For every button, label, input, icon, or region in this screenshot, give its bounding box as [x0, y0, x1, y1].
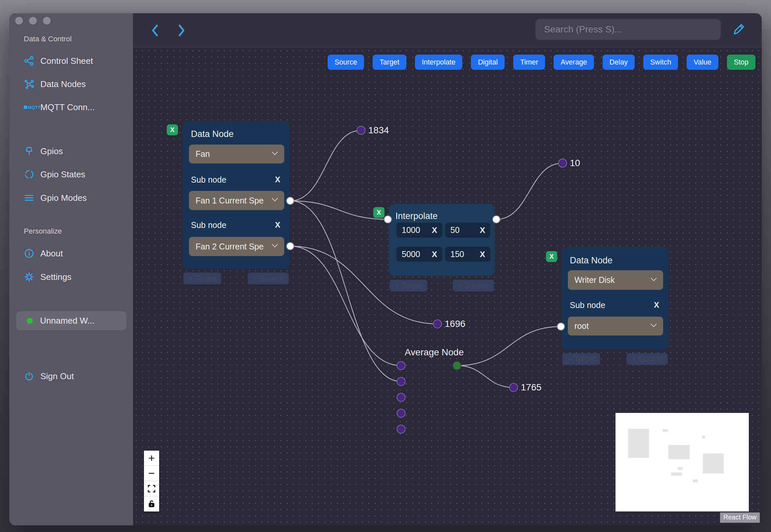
minimap-node: [693, 479, 698, 482]
node-fan[interactable]: X Data Node Fan Sub node X Fan 1 Current…: [183, 121, 290, 269]
maximize-window-icon[interactable]: [43, 17, 51, 24]
sub-node-select[interactable]: root: [568, 317, 663, 335]
workspace-label: Unnamed W...: [40, 316, 95, 326]
minimap-node: [703, 454, 724, 473]
add-digital-button[interactable]: Digital: [471, 55, 505, 70]
sidebar: Data & Control Control Sheet Data Nodes …: [9, 13, 133, 525]
sidebar-item-data-nodes[interactable]: Data Nodes: [9, 74, 133, 94]
average-target-handle-4[interactable]: [397, 409, 406, 418]
sub-node-label: Sub node: [570, 300, 605, 310]
average-target-handle-2[interactable]: [397, 377, 406, 386]
add-source-handle-button[interactable]: + Source: [453, 280, 494, 291]
average-source-handle[interactable]: [453, 361, 462, 370]
add-source-handle-button[interactable]: + Source: [626, 353, 668, 365]
interpolate-input-2[interactable]: 50X: [445, 223, 490, 238]
minimap-node: [678, 467, 683, 470]
value-handle-1834[interactable]: [357, 126, 366, 135]
edge-average-1765: [457, 366, 514, 387]
minimap[interactable]: [615, 413, 749, 511]
zoom-in-button[interactable]: +: [144, 451, 159, 466]
sidebar-item-label: About: [40, 248, 63, 259]
remove-sub-node-button[interactable]: X: [654, 300, 659, 310]
flow-canvas[interactable]: Source Target Interpolate Digital Timer …: [133, 47, 762, 525]
back-button[interactable]: [147, 22, 163, 39]
sidebar-item-about[interactable]: About: [9, 244, 133, 263]
value-handle-1765[interactable]: [509, 383, 518, 392]
minimize-window-icon[interactable]: [29, 17, 37, 24]
value-handle-1696[interactable]: [433, 320, 442, 329]
clear-value-button[interactable]: X: [480, 226, 485, 235]
top-bar: [133, 13, 762, 47]
edge-fan1-average: [290, 201, 401, 381]
edge-fan2-average: [290, 246, 401, 366]
gear-icon: [24, 272, 40, 282]
sidebar-item-workspace-selected[interactable]: Unnamed W...: [16, 311, 126, 330]
search-input[interactable]: [535, 19, 721, 40]
add-value-button[interactable]: Value: [687, 55, 718, 70]
add-average-button[interactable]: Average: [554, 55, 594, 70]
node-interpolate[interactable]: X Interpolate 1000X 50X 5000X 150X: [389, 204, 495, 276]
minimap-node: [628, 429, 649, 458]
add-source-button[interactable]: Source: [328, 55, 364, 70]
source-handle-fan2[interactable]: [286, 242, 294, 250]
forward-button[interactable]: [173, 22, 190, 39]
add-target-button[interactable]: Target: [373, 55, 406, 70]
sidebar-item-label: Sign Out: [40, 371, 74, 381]
close-window-icon[interactable]: [15, 17, 23, 24]
source-handle-interpolate[interactable]: [492, 215, 500, 223]
remove-sub-node-button[interactable]: X: [275, 175, 280, 185]
average-target-handle-1[interactable]: [397, 361, 406, 370]
lock-button[interactable]: [144, 496, 159, 511]
clear-value-button[interactable]: X: [432, 250, 437, 259]
delete-node-button[interactable]: X: [373, 207, 385, 218]
sidebar-item-settings[interactable]: Settings: [9, 267, 133, 287]
add-target-handle-button[interactable]: + Target: [183, 273, 221, 285]
sub-node-select-2[interactable]: Fan 2 Current Spe: [189, 237, 284, 256]
chevron-down-icon: [272, 149, 278, 155]
sidebar-item-gpio-modes[interactable]: Gpio Modes: [9, 188, 133, 207]
add-target-handle-button[interactable]: + Target: [562, 353, 600, 365]
minimap-node: [663, 429, 668, 432]
node-type-select[interactable]: Writer Disk: [568, 270, 663, 290]
zoom-out-button[interactable]: −: [144, 466, 159, 481]
minimap-node: [671, 472, 682, 476]
add-switch-button[interactable]: Switch: [643, 55, 678, 70]
chevron-left-icon: [150, 23, 161, 38]
stop-button[interactable]: Stop: [727, 55, 755, 70]
add-source-handle-button[interactable]: + Source: [248, 273, 289, 285]
edit-button[interactable]: [730, 21, 748, 38]
power-icon: [24, 371, 40, 381]
add-delay-button[interactable]: Delay: [603, 55, 635, 70]
react-flow-attribution[interactable]: React Flow: [720, 512, 760, 523]
sidebar-item-mqtt[interactable]: MQTT MQTT Conn...: [9, 98, 133, 117]
sidebar-item-gpio-states[interactable]: Gpio States: [9, 165, 133, 184]
target-handle-writer[interactable]: [557, 323, 565, 331]
node-writer-disk[interactable]: X Data Node Writer Disk Sub node X root: [562, 247, 668, 349]
edge-fan1-1834: [290, 130, 361, 201]
flow-controls: + −: [144, 451, 159, 511]
fit-view-button[interactable]: [144, 481, 159, 496]
add-interpolate-button[interactable]: Interpolate: [415, 55, 463, 70]
average-target-handle-3[interactable]: [397, 393, 406, 402]
add-timer-button[interactable]: Timer: [513, 55, 545, 70]
target-handle-interpolate[interactable]: [384, 215, 392, 223]
interpolate-input-4[interactable]: 150X: [445, 247, 490, 262]
source-handle-fan1[interactable]: [286, 197, 294, 205]
sidebar-item-gpios[interactable]: Gpios: [9, 142, 133, 161]
node-type-select[interactable]: Fan: [189, 145, 284, 163]
sub-node-select-1[interactable]: Fan 1 Current Spe: [189, 191, 284, 210]
delete-node-button[interactable]: X: [546, 251, 557, 262]
interpolate-input-3[interactable]: 5000X: [396, 247, 442, 262]
sidebar-item-label: Gpios: [40, 146, 63, 156]
list-lines-icon: [24, 193, 40, 203]
interpolate-input-1[interactable]: 1000X: [396, 223, 442, 238]
clear-value-button[interactable]: X: [432, 226, 437, 235]
average-target-handle-5[interactable]: [397, 425, 406, 434]
value-handle-10[interactable]: [558, 159, 567, 168]
delete-node-button[interactable]: X: [167, 124, 178, 135]
sidebar-item-control-sheet[interactable]: Control Sheet: [9, 51, 133, 70]
remove-sub-node-button[interactable]: X: [275, 220, 280, 230]
add-target-handle-button[interactable]: + Target: [389, 280, 428, 291]
sidebar-item-sign-out[interactable]: Sign Out: [9, 367, 133, 386]
clear-value-button[interactable]: X: [480, 250, 485, 259]
